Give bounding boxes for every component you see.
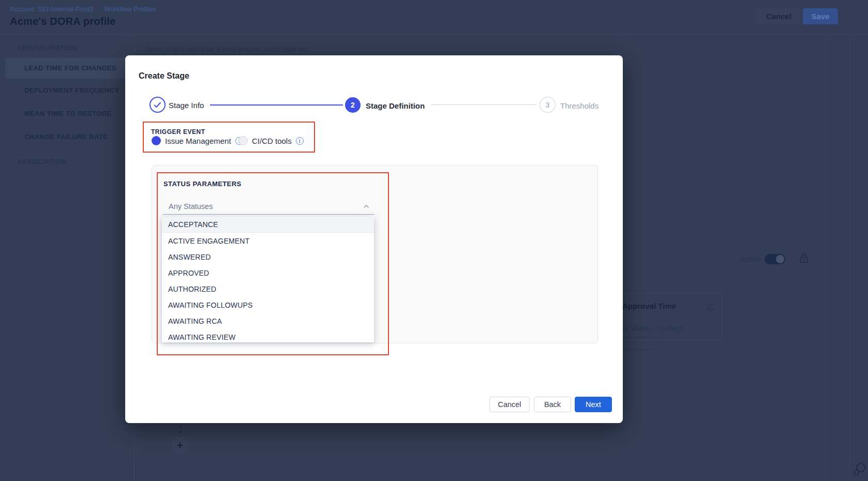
header-save-button[interactable]: Save <box>803 8 838 24</box>
step-1-done-icon <box>149 97 166 113</box>
active-toggle[interactable] <box>765 254 785 264</box>
step-2-circle: 2 <box>345 97 361 113</box>
canvas-divider-right <box>849 35 850 481</box>
lock-icon <box>799 252 809 264</box>
dropdown-option[interactable]: APPROVED <box>162 265 374 281</box>
help-chat-icon[interactable] <box>852 462 867 476</box>
toggle-knob <box>776 255 784 263</box>
statuses-select-value: Any Statuses <box>169 202 213 211</box>
stepper-connector-upcoming <box>431 104 536 105</box>
create-stage-modal: Create Stage Stage Info 2 Stage Definiti… <box>125 55 623 423</box>
dropdown-option[interactable]: ANSWERED <box>162 249 374 265</box>
dropdown-option[interactable]: ACCEPTANCE <box>162 217 374 233</box>
sidebar-header-association[interactable]: ASSOCIATION <box>17 158 67 166</box>
sidebar: CONFIGURATION LEAD TIME FOR CHANGES DEPL… <box>0 35 134 481</box>
sidebar-item-mean-time-to-restore[interactable]: MEAN TIME TO RESTORE <box>24 110 112 117</box>
trigger-option-cicd-tools: CI/CD tools i <box>238 136 304 145</box>
trigger-event-label: TRIGGER EVENT <box>151 128 205 136</box>
statuses-select[interactable]: Any Statuses <box>162 199 375 215</box>
page-title: Acme's DORA profile <box>10 16 116 27</box>
chevron-up-icon <box>363 203 369 209</box>
approval-time-title: Approval Time <box>622 302 676 310</box>
breadcrumb-workflow-profiles[interactable]: Workflow Profiles <box>104 5 156 13</box>
radio-unselected[interactable] <box>238 136 248 145</box>
modal-back-button[interactable]: Back <box>534 397 571 412</box>
step-label-stage-info[interactable]: Stage Info <box>169 101 204 110</box>
breadcrumb: Account: SEI-Internal-Prod2 › Workflow P… <box>10 5 156 13</box>
sidebar-item-change-failure-rate[interactable]: CHANGE FAILURE RATE <box>24 133 108 141</box>
sidebar-item-lead-time-for-changes[interactable]: LEAD TIME FOR CHANGES <box>24 64 116 72</box>
status-parameters-label: STATUS PARAMETERS <box>163 180 242 188</box>
step-label-thresholds[interactable]: Thresholds <box>560 101 598 110</box>
radio-label[interactable]: Issue Management <box>165 137 231 145</box>
trigger-option-issue-management: Issue Management i <box>152 136 243 145</box>
modal-next-button[interactable]: Next <box>575 397 612 412</box>
dropdown-option[interactable]: AWAITING RCA <box>162 313 374 329</box>
breadcrumb-separator-icon: › <box>98 5 100 13</box>
dropdown-option[interactable]: ACTIVE ENGAGEMENT <box>162 233 374 249</box>
dropdown-option[interactable]: AWAITING REVIEW <box>162 329 374 342</box>
app-page: Account: SEI-Internal-Prod2 › Workflow P… <box>0 0 868 481</box>
step-3-circle: 3 <box>540 97 556 113</box>
dropdown-option[interactable]: AUTHORIZED <box>162 281 374 297</box>
canvas-divider-left <box>826 35 826 481</box>
stepper-connector-done <box>210 104 343 106</box>
dropdown-option[interactable]: AWAITING FOLLOWUPS <box>162 297 374 313</box>
sidebar-item-deployment-frequency[interactable]: DEPLOYMENT FREQUENCY <box>24 86 119 94</box>
modal-title: Create Stage <box>139 71 189 81</box>
modal-cancel-button[interactable]: Cancel <box>489 397 530 412</box>
statuses-dropdown-list: ACCEPTANCE ACTIVE ENGAGEMENT ANSWERED AP… <box>162 217 374 342</box>
info-icon[interactable]: i <box>296 137 304 145</box>
breadcrumb-account[interactable]: Account: SEI-Internal-Prod2 <box>10 5 94 13</box>
threshold-dashed-box <box>621 337 662 350</box>
radio-selected[interactable] <box>152 136 161 145</box>
approval-time-value: et Value - 10 days <box>622 324 684 333</box>
active-toggle-label: Active <box>740 254 761 263</box>
step-label-stage-definition[interactable]: Stage Definition <box>366 101 425 110</box>
radio-label[interactable]: CI/CD tools <box>252 137 292 145</box>
task-note-text: Note: A task could be a new feature, sto… <box>146 45 310 53</box>
edit-pencil-icon[interactable] <box>706 301 715 310</box>
add-stage-button[interactable]: + <box>172 437 188 454</box>
header-cancel-button[interactable]: Cancel <box>757 8 801 24</box>
sidebar-header-configuration: CONFIGURATION <box>17 44 78 52</box>
